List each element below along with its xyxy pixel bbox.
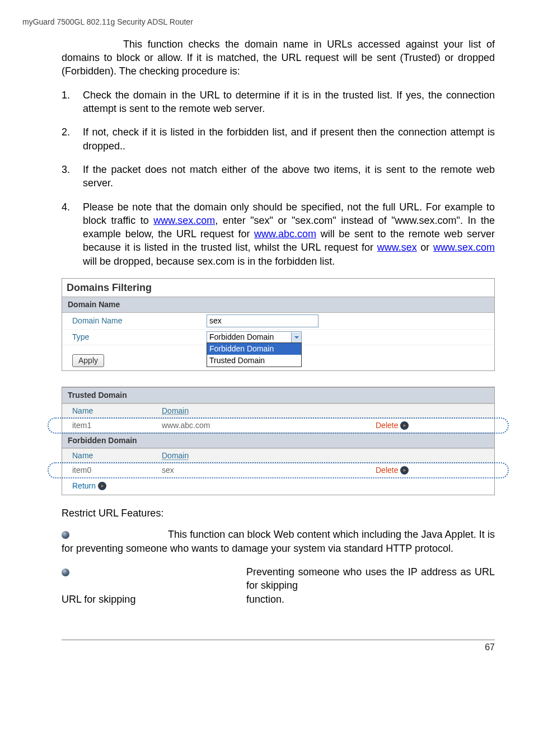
panel-title: Domains Filtering — [62, 279, 494, 297]
section-forbidden-domain: Forbidden Domain — [62, 433, 494, 449]
link-sex-com[interactable]: www.sex.com — [153, 215, 215, 226]
list-item: 2.If not, check if it is listed in the f… — [62, 125, 495, 153]
type-select[interactable]: Forbidden Domain — [207, 331, 302, 343]
delete-button[interactable]: Delete — [376, 420, 409, 431]
link-sex-com-2[interactable]: www.sex.com — [433, 242, 495, 253]
dropdown-option[interactable]: Trusted Domain — [207, 355, 301, 367]
intro-paragraph: This function checks the domain name in … — [62, 37, 495, 78]
domain-lists-panel: Trusted Domain Name Domain item1 www.abc… — [62, 387, 495, 495]
forbidden-domain-row: item0 sex Delete — [62, 463, 494, 477]
type-dropdown[interactable]: Forbidden Domain Trusted Domain — [207, 342, 302, 367]
col-header-domain: Domain — [157, 449, 371, 463]
list-item: 1.Check the domain in the URL to determi… — [62, 88, 495, 116]
delete-icon — [400, 466, 409, 475]
return-button[interactable]: Return — [62, 477, 116, 495]
list-item: 3.If the packet does not match either of… — [62, 163, 495, 190]
chevron-down-icon — [291, 332, 301, 342]
section-trusted-domain: Trusted Domain — [62, 387, 494, 403]
bullet-java: This function can block Web content whic… — [62, 528, 495, 555]
label-type: Type — [72, 332, 207, 342]
list-item: 4. Please be note that the domain only s… — [62, 200, 495, 268]
link-abc-com[interactable]: www.abc.com — [254, 228, 316, 240]
page-header: myGuard 7500GL 802.11g Security ADSL Rou… — [22, 17, 512, 27]
section-domain-name: Domain Name — [62, 297, 494, 313]
dropdown-option[interactable]: Forbidden Domain — [207, 343, 301, 355]
delete-icon — [400, 421, 409, 430]
delete-button[interactable]: Delete — [376, 465, 409, 476]
trusted-domain-row: item1 www.abc.com Delete — [62, 419, 494, 433]
bullet-icon — [62, 531, 69, 539]
cell-domain: www.abc.com — [157, 419, 371, 433]
col-header-name: Name — [62, 404, 157, 418]
restrict-heading: Restrict URL Features: — [62, 506, 495, 520]
page-number: 67 — [485, 642, 495, 652]
bullet-icon — [62, 569, 69, 576]
label-domain-name: Domain Name — [72, 316, 207, 326]
domain-name-input[interactable] — [207, 314, 318, 327]
page-footer: 67 — [62, 640, 495, 654]
bullet-ip: Preventing someone who uses the IP addre… — [62, 565, 495, 593]
cell-name: item0 — [62, 463, 157, 477]
col-header-name: Name — [62, 449, 157, 463]
apply-button[interactable]: Apply — [72, 354, 104, 367]
col-header-domain: Domain — [157, 404, 371, 418]
cell-name: item1 — [62, 419, 157, 433]
domains-filtering-panel: Domains Filtering Domain Name Domain Nam… — [62, 278, 495, 371]
cell-domain: sex — [157, 463, 371, 477]
return-icon — [98, 482, 106, 490]
link-sex[interactable]: www.sex — [377, 242, 417, 253]
